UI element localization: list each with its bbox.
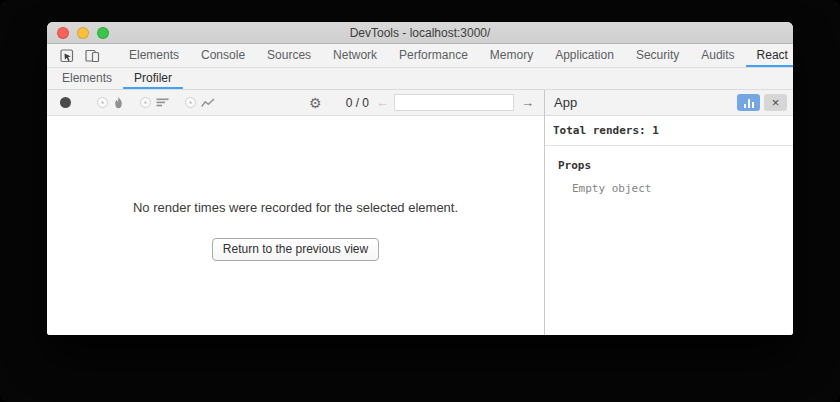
inspect-element-icon[interactable] <box>55 44 80 67</box>
gear-icon[interactable]: ⚙ <box>304 96 327 110</box>
tab-network[interactable]: Network <box>322 44 388 67</box>
empty-state-message: No render times were recorded for the se… <box>133 200 458 215</box>
tab-sources[interactable]: Sources <box>256 44 322 67</box>
devtools-window: DevTools - localhost:3000/ Elements Cons… <box>47 22 793 335</box>
tab-audits[interactable]: Audits <box>690 44 745 67</box>
tab-performance[interactable]: Performance <box>388 44 479 67</box>
interactions-chart-icon <box>201 98 215 108</box>
profiler-body: ⚙ 0 / 0 ← → No render times were recorde… <box>47 90 793 335</box>
selected-component-name: App <box>554 95 733 110</box>
previous-result-icon[interactable]: ← <box>376 96 389 109</box>
interactions-option[interactable] <box>185 97 215 108</box>
tab-memory[interactable]: Memory <box>479 44 544 67</box>
search-result-counter: 0 / 0 <box>346 96 369 110</box>
return-previous-view-button[interactable]: Return to the previous view <box>212 238 379 261</box>
ranked-option[interactable] <box>140 97 169 108</box>
tab-console[interactable]: Console <box>190 44 256 67</box>
minimize-window-button[interactable] <box>77 27 89 39</box>
interactions-radio[interactable] <box>185 97 196 108</box>
desktop-background: DevTools - localhost:3000/ Elements Cons… <box>0 0 840 402</box>
total-renders-value: 1 <box>652 124 659 137</box>
traffic-lights <box>57 22 109 43</box>
react-devtools-subtabbar: Elements Profiler <box>47 68 793 90</box>
close-icon[interactable]: × <box>764 94 787 111</box>
tab-react[interactable]: React <box>746 44 793 67</box>
zoom-window-button[interactable] <box>97 27 109 39</box>
flamegraph-option[interactable] <box>97 96 124 109</box>
props-value: Empty object <box>572 182 793 195</box>
subtab-elements[interactable]: Elements <box>51 68 123 89</box>
search-input[interactable] <box>394 94 514 111</box>
total-renders-row: Total renders: 1 <box>545 124 793 146</box>
next-result-icon[interactable]: → <box>521 96 534 109</box>
tab-application[interactable]: Application <box>544 44 625 67</box>
tab-security[interactable]: Security <box>625 44 690 67</box>
selected-element-panel: App × Total renders: 1 Props Empty objec… <box>544 90 793 335</box>
selected-element-details: Total renders: 1 Props Empty object <box>545 116 793 335</box>
titlebar[interactable]: DevTools - localhost:3000/ <box>47 22 793 44</box>
selected-element-header: App × <box>545 90 793 116</box>
flamegraph-radio[interactable] <box>97 97 108 108</box>
record-icon[interactable] <box>60 97 71 108</box>
profiler-left-pane: ⚙ 0 / 0 ← → No render times were recorde… <box>47 90 544 335</box>
profiler-toolbar: ⚙ 0 / 0 ← → <box>47 90 544 116</box>
profiler-main-area: No render times were recorded for the se… <box>47 116 544 335</box>
ranked-radio[interactable] <box>140 97 151 108</box>
props-section-label: Props <box>558 159 793 172</box>
window-title: DevTools - localhost:3000/ <box>350 26 491 40</box>
tab-elements[interactable]: Elements <box>118 44 190 67</box>
device-toolbar-icon[interactable] <box>80 44 106 67</box>
flame-icon <box>113 96 124 109</box>
devtools-tabbar: Elements Console Sources Network Perform… <box>47 44 793 68</box>
subtab-profiler[interactable]: Profiler <box>123 68 183 89</box>
ranked-chart-icon <box>156 98 169 107</box>
total-renders-label: Total renders: <box>553 124 646 137</box>
bar-chart-icon[interactable] <box>737 94 760 111</box>
close-window-button[interactable] <box>57 27 69 39</box>
